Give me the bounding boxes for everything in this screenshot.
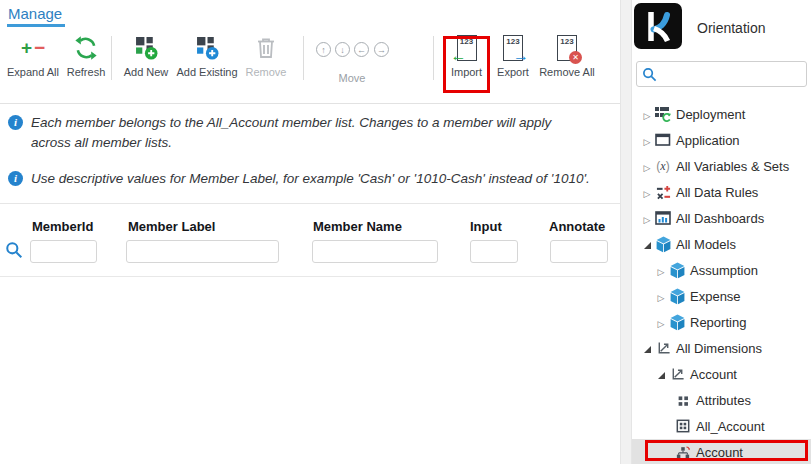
caret-expanded-icon[interactable] — [640, 341, 654, 356]
refresh-label: Refresh — [63, 66, 109, 78]
tree-item-account-leaf[interactable]: Account — [632, 439, 811, 464]
refresh-button[interactable]: Refresh — [63, 30, 109, 90]
tree-item-all-data-rules[interactable]: ▷ All Data Rules — [632, 179, 811, 205]
import-button[interactable]: 123← Import — [444, 30, 489, 90]
expand-all-button[interactable]: +− Expand All — [4, 30, 62, 90]
tree-item-reporting[interactable]: ▷ Reporting — [632, 309, 811, 335]
caret-collapsed-icon[interactable]: ▷ — [640, 159, 654, 174]
member-list-icon — [674, 419, 692, 433]
column-header-input: Input — [470, 219, 502, 234]
sidebar-search-box[interactable] — [636, 61, 807, 87]
variables-icon: (x) — [654, 159, 672, 174]
tree-item-all-dimensions[interactable]: All Dimensions — [632, 335, 811, 361]
expand-all-icon: +− — [4, 30, 62, 66]
filter-input-input[interactable] — [470, 240, 518, 263]
cube-icon — [654, 236, 672, 253]
tree-item-all-dashboards[interactable]: ▷ All Dashboards — [632, 205, 811, 231]
tree-item-label: Reporting — [690, 315, 746, 330]
info-row: i Use descriptive values for Member Labe… — [8, 169, 593, 189]
caret-collapsed-icon[interactable]: ▷ — [640, 133, 654, 148]
dashboards-icon — [654, 210, 672, 226]
filter-member-name-input[interactable] — [312, 240, 438, 263]
filter-memberid-input[interactable] — [30, 240, 97, 263]
remove-button[interactable]: Remove — [242, 30, 290, 90]
tree-item-deployment[interactable]: ▷ Deployment — [632, 101, 811, 127]
red-x-badge-icon: ✕ — [569, 51, 582, 64]
add-new-button[interactable]: Add New — [119, 30, 173, 90]
move-down-button[interactable]: ↓ — [335, 42, 350, 57]
application-icon — [654, 132, 672, 148]
caret-collapsed-icon[interactable]: ▷ — [654, 289, 668, 304]
tree-item-expense[interactable]: ▷ Expense — [632, 283, 811, 309]
tree-item-assumption[interactable]: ▷ Assumption — [632, 257, 811, 283]
tree-item-application[interactable]: ▷ Application — [632, 127, 811, 153]
toolbar-separator — [433, 36, 434, 80]
move-left-button[interactable]: ← — [354, 42, 369, 57]
sidebar-search-input[interactable] — [661, 66, 801, 82]
add-existing-button[interactable]: Add Existing — [174, 30, 240, 90]
tab-active-underline — [7, 24, 65, 27]
tree-item-all-variables-sets[interactable]: ▷ (x) All Variables & Sets — [632, 153, 811, 179]
add-existing-icon — [174, 30, 240, 66]
tree-item-all-models[interactable]: All Models — [632, 231, 811, 257]
tab-manage[interactable]: Manage — [8, 5, 62, 22]
info-message: Each member belongs to the All_Account m… — [31, 113, 593, 153]
tree-item-account-dimension[interactable]: Account — [632, 361, 811, 387]
app-window: Manage +− Expand All Refresh — [0, 0, 811, 464]
caret-expanded-icon[interactable] — [654, 367, 668, 382]
tree-item-all-account[interactable]: All_Account — [632, 413, 811, 439]
info-icon: i — [8, 171, 23, 186]
caret-collapsed-icon[interactable]: ▷ — [654, 263, 668, 278]
info-icon: i — [8, 115, 23, 130]
tree-item-label: Expense — [690, 289, 741, 304]
caret-collapsed-icon[interactable]: ▷ — [640, 211, 654, 226]
column-header-memberid: MemberId — [32, 219, 93, 234]
tree-item-label: All Models — [676, 237, 736, 252]
table-filter-divider — [0, 276, 620, 277]
caret-collapsed-icon[interactable]: ▷ — [640, 185, 654, 200]
column-header-member-label: Member Label — [128, 219, 215, 234]
kepion-logo — [634, 3, 682, 49]
refresh-icon — [63, 30, 109, 66]
filter-member-label-input[interactable] — [126, 240, 279, 263]
dimension-axis-icon — [654, 341, 672, 356]
cube-icon — [668, 314, 686, 331]
search-icon — [642, 67, 657, 82]
panel-splitter[interactable] — [620, 0, 632, 464]
remove-all-label: Remove All — [537, 66, 597, 78]
remove-all-button[interactable]: 123✕ Remove All — [537, 30, 597, 90]
toolbar-separator — [111, 36, 112, 80]
cube-icon — [668, 262, 686, 279]
export-button[interactable]: 123→ Export — [492, 30, 534, 90]
import-label: Import — [444, 66, 489, 78]
export-icon: 123→ — [492, 30, 534, 66]
toolbar-divider — [0, 103, 620, 104]
caret-collapsed-icon[interactable]: ▷ — [640, 107, 654, 122]
tree-item-label: All Variables & Sets — [676, 159, 789, 174]
tree-item-label: Attributes — [696, 393, 751, 408]
dimension-axis-icon — [668, 367, 686, 382]
sidebar-title: Orientation — [697, 20, 765, 36]
move-right-button[interactable]: → — [374, 42, 389, 57]
tree-item-label: Application — [676, 133, 740, 148]
tree-item-label: All Data Rules — [676, 185, 758, 200]
tree-item-attributes[interactable]: Attributes — [632, 387, 811, 413]
export-label: Export — [492, 66, 534, 78]
move-up-button[interactable]: ↑ — [316, 42, 331, 57]
filter-annotate-input[interactable] — [550, 240, 608, 263]
add-existing-label: Add Existing — [174, 66, 240, 78]
attributes-icon — [674, 394, 692, 407]
add-new-label: Add New — [119, 66, 173, 78]
tree-item-label: Account — [690, 367, 737, 382]
add-new-icon — [119, 30, 173, 66]
tree-item-label: All_Account — [696, 419, 765, 434]
remove-label: Remove — [242, 66, 290, 78]
caret-collapsed-icon[interactable]: ▷ — [654, 315, 668, 330]
trash-icon — [242, 30, 290, 66]
sidebar-panel: Orientation ▷ Deployment ▷ — [632, 0, 811, 464]
column-header-annotate: Annotate — [549, 219, 605, 234]
caret-expanded-icon[interactable] — [640, 237, 654, 252]
hierarchy-icon — [674, 445, 692, 459]
cube-icon — [668, 288, 686, 305]
main-panel: Manage +− Expand All Refresh — [0, 0, 620, 464]
